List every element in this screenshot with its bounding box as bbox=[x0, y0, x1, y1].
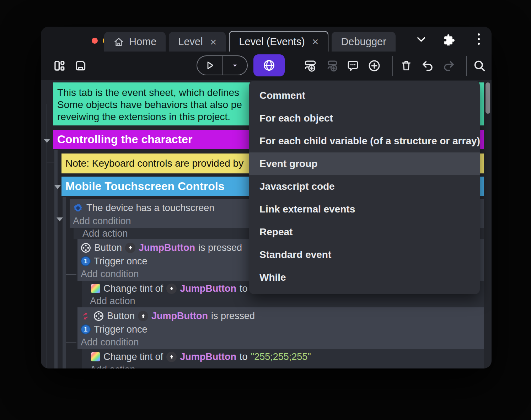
action-row[interactable]: Change tint of JumpButton to "255;255;25… bbox=[91, 350, 311, 364]
group-title: Mobile Touchscreen Controls bbox=[65, 180, 224, 193]
home-icon bbox=[113, 37, 124, 47]
event-sheet: This tab is the event sheet, which defin… bbox=[41, 80, 492, 368]
play-options-dropdown[interactable] bbox=[222, 56, 247, 75]
collapse-arrow-icon[interactable] bbox=[57, 217, 63, 221]
add-subevent-icon[interactable] bbox=[323, 57, 340, 74]
condition-row[interactable]: The device has a touchscreen bbox=[73, 201, 214, 215]
tab-level-events[interactable]: Level (Events) × bbox=[229, 31, 328, 52]
jumpbutton-arrow-icon bbox=[138, 311, 148, 321]
tab-label: Level (Events) bbox=[239, 36, 305, 48]
extensions-puzzle-icon[interactable] bbox=[440, 33, 457, 45]
menu-item-comment[interactable]: Comment bbox=[249, 84, 480, 107]
inverted-condition-icon bbox=[81, 311, 90, 321]
group-title: Controlling the character bbox=[57, 133, 193, 146]
condition-row[interactable]: Button JumpButton is pressed bbox=[81, 309, 255, 323]
search-icon[interactable] bbox=[471, 57, 488, 74]
close-icon[interactable]: × bbox=[312, 36, 319, 47]
condition-row[interactable]: 1 Trigger once bbox=[81, 254, 148, 268]
chevron-down-icon[interactable] bbox=[413, 33, 430, 45]
button-object-icon bbox=[93, 311, 104, 321]
add-action-link[interactable]: Add action bbox=[82, 228, 128, 239]
add-object-plus-icon[interactable] bbox=[366, 57, 383, 74]
play-button[interactable] bbox=[197, 56, 222, 75]
preview-browser-button[interactable] bbox=[253, 54, 285, 76]
indent-tick bbox=[66, 274, 76, 275]
group-spine bbox=[54, 150, 58, 368]
indent-guide bbox=[47, 104, 47, 368]
kebab-menu-icon[interactable] bbox=[472, 33, 486, 45]
undo-icon[interactable] bbox=[419, 57, 436, 74]
menu-item-repeat[interactable]: Repeat bbox=[249, 221, 480, 243]
add-comment-icon[interactable] bbox=[344, 57, 361, 74]
jumpbutton-arrow-icon bbox=[166, 352, 177, 362]
toolbar-separator bbox=[392, 56, 393, 76]
app-window: Home Level × Level (Events) × Debugger bbox=[41, 27, 492, 368]
trigger-once-icon: 1 bbox=[81, 256, 91, 266]
add-condition-link[interactable]: Add condition bbox=[81, 268, 139, 280]
globe-icon bbox=[263, 59, 275, 72]
add-event-context-menu: Comment For each object For each child v… bbox=[249, 81, 480, 294]
touchscreen-gear-icon bbox=[73, 203, 83, 213]
condition-row[interactable]: Button JumpButton is pressed bbox=[81, 241, 242, 254]
add-action-link[interactable]: Add action bbox=[90, 295, 135, 307]
tab-label: Level bbox=[178, 36, 203, 48]
scrollbar-thumb[interactable] bbox=[486, 82, 490, 114]
tint-color-icon bbox=[91, 284, 100, 293]
add-condition-link[interactable]: Add condition bbox=[81, 336, 139, 348]
trigger-once-icon: 1 bbox=[81, 324, 91, 334]
tab-level[interactable]: Level × bbox=[169, 32, 226, 52]
collapse-arrow-icon[interactable] bbox=[54, 185, 61, 189]
tab-strip: Home Level × Level (Events) × Debugger bbox=[104, 31, 396, 52]
group-spine bbox=[63, 197, 66, 368]
toolbar bbox=[41, 52, 492, 80]
note-text: Note: Keyboard controls are provided by bbox=[65, 158, 243, 169]
add-condition-link[interactable]: Add condition bbox=[73, 215, 131, 227]
menu-item-link-external-events[interactable]: Link external events bbox=[249, 198, 480, 221]
indent-tick bbox=[66, 342, 76, 343]
condition-text: The device has a touchscreen bbox=[86, 203, 214, 214]
redo-icon[interactable] bbox=[440, 57, 457, 74]
add-action-link[interactable]: Add action bbox=[90, 364, 135, 368]
tab-home[interactable]: Home bbox=[104, 32, 166, 52]
panel-layout-icon[interactable] bbox=[51, 57, 68, 74]
preview-button-group bbox=[197, 55, 248, 75]
menu-item-for-each-object[interactable]: For each object bbox=[249, 107, 480, 130]
traffic-close-button[interactable] bbox=[92, 38, 98, 44]
menu-item-for-each-child-variable[interactable]: For each child variable (of a structure … bbox=[249, 130, 480, 152]
tab-label: Home bbox=[129, 36, 156, 48]
menu-item-standard-event[interactable]: Standard event bbox=[249, 243, 480, 266]
event-block-jump-not-pressed[interactable]: Button JumpButton is pressed 1 Trigger o… bbox=[77, 307, 484, 349]
collapse-arrow-icon[interactable] bbox=[44, 139, 50, 143]
condition-row[interactable]: 1 Trigger once bbox=[81, 323, 148, 336]
toolbar-separator bbox=[466, 56, 467, 76]
indent-tick bbox=[47, 162, 54, 162]
delete-trash-icon[interactable] bbox=[398, 57, 415, 74]
jumpbutton-arrow-icon bbox=[166, 284, 177, 294]
jumpbutton-arrow-icon bbox=[125, 243, 135, 253]
menu-item-while[interactable]: While bbox=[249, 266, 480, 289]
menu-item-event-group[interactable]: Event group bbox=[249, 152, 480, 175]
button-object-icon bbox=[81, 243, 91, 253]
tint-color-icon bbox=[91, 352, 100, 361]
add-event-icon[interactable] bbox=[302, 57, 319, 74]
tab-label: Debugger bbox=[341, 36, 386, 48]
menu-item-javascript-code[interactable]: Javascript code bbox=[249, 175, 480, 198]
save-icon[interactable] bbox=[72, 57, 89, 74]
title-bar: Home Level × Level (Events) × Debugger bbox=[41, 27, 492, 52]
close-icon[interactable]: × bbox=[210, 36, 217, 48]
tab-debugger[interactable]: Debugger bbox=[332, 32, 395, 52]
action-area[interactable]: Change tint of JumpButton to "255;255;25… bbox=[82, 349, 484, 368]
